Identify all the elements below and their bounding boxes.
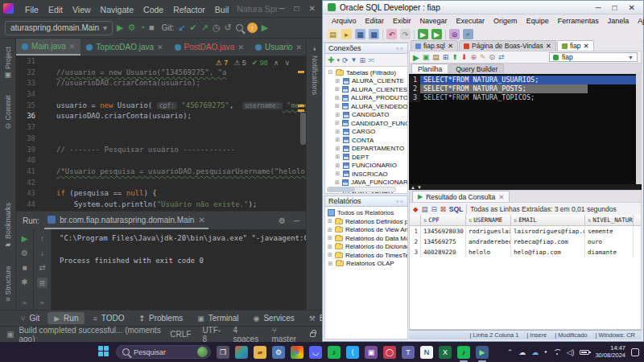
- save-all-icon[interactable]: ▩: [369, 29, 379, 39]
- lock-icon[interactable]: [310, 332, 316, 337]
- expand-icon[interactable]: ⊞: [335, 154, 341, 160]
- tree-item-report[interactable]: ⊞Relatórios do Dicionário de Dad: [328, 243, 407, 252]
- taskbar-app-media-player-icon[interactable]: ▣: [365, 346, 378, 359]
- expand-icon[interactable]: ⊞: [328, 235, 332, 241]
- filter-icon[interactable]: ▼: [350, 56, 357, 64]
- print-icon[interactable]: ▤: [422, 205, 428, 213]
- explain-plan-icon[interactable]: ⊞: [443, 53, 449, 61]
- taskbar-app-sql-developer-icon[interactable]: ▶: [476, 346, 489, 359]
- toolwindow-services[interactable]: ◉Services: [247, 312, 301, 324]
- menu-item-origem[interactable]: Origem: [489, 16, 522, 26]
- tree-item-candidato[interactable]: ⊞CANDIDATO: [328, 111, 407, 120]
- tree-item-report[interactable]: ⊞Relatórios do Data Modeler: [328, 234, 407, 243]
- next-issue-icon[interactable]: ∨: [284, 59, 290, 67]
- menu-item-arquivo[interactable]: Arquivo: [328, 16, 361, 26]
- pin-icon[interactable]: ◆: [413, 205, 419, 213]
- close-tab-icon[interactable]: ✕: [157, 43, 163, 51]
- stop-button[interactable]: ■: [149, 23, 155, 32]
- open-icon[interactable]: ▸: [341, 29, 352, 39]
- tree-item-java_funcionar[interactable]: ⊞JAVA_FUNCIONAR: [328, 179, 407, 187]
- expand-icon[interactable]: ⊞: [335, 179, 340, 186]
- connection-select[interactable]: fiap ▼: [549, 52, 638, 62]
- toolwindow-problems[interactable]: ❢Problems: [132, 312, 189, 324]
- tab-query-builder[interactable]: Query Builder: [449, 64, 504, 73]
- result-grid[interactable]: ⇅CPF⇅USERNAME⇅EMAIL⇅NIVEL_NATURA 1134569…: [410, 215, 641, 329]
- taskbar-app-discord-icon[interactable]: ◡: [309, 346, 322, 359]
- taskbar-app-photos-icon[interactable]: [235, 346, 248, 359]
- hide-panel-icon[interactable]: ─: [294, 216, 299, 225]
- connections-icon[interactable]: ⊚: [449, 29, 460, 39]
- expand-icon[interactable]: ⊞: [335, 112, 341, 118]
- gear-icon[interactable]: ⚙: [279, 216, 286, 225]
- taskbar-app-chrome-icon[interactable]: ●: [291, 346, 303, 359]
- tree-item-alura_produtos[interactable]: ⊞ALURA_PRODUTOS: [328, 94, 407, 103]
- doc-tab-fiap[interactable]: fiap✕: [557, 40, 594, 51]
- doc-tab-fiap-sql[interactable]: fiap.sql✕: [411, 40, 458, 51]
- menu-item-file[interactable]: File: [20, 3, 43, 16]
- toolwindow-todo[interactable]: ≡TODO: [86, 312, 130, 324]
- expand-icon[interactable]: ⊞: [335, 129, 341, 135]
- expand-icon[interactable]: ⊞: [335, 86, 340, 93]
- tree-item-report[interactable]: ⊞Relatórios do TimesTen: [328, 251, 407, 260]
- history-icon[interactable]: ◷: [213, 23, 221, 32]
- profiler-button[interactable]: ◔: [139, 23, 145, 32]
- weather-cloud-icon[interactable]: ☁: [531, 348, 539, 356]
- git-update-icon[interactable]: ↙: [178, 23, 185, 32]
- prev-issue-icon[interactable]: ∧: [274, 59, 279, 67]
- taskbar-app-vscode-icon[interactable]: ⟨: [346, 346, 359, 359]
- expand-icon[interactable]: ⊞: [328, 218, 332, 224]
- find-db-object-icon[interactable]: ⌕: [463, 29, 473, 39]
- run-icon[interactable]: ▶: [418, 29, 428, 39]
- table-row[interactable]: 3400289220helolohelo@fiap.comdiamante: [410, 247, 641, 257]
- horizontal-scrollbar[interactable]: [327, 187, 396, 192]
- menu-item-ajuda[interactable]: Ajuda: [634, 16, 644, 26]
- sidebar-item-structure[interactable]: ≡Structure: [4, 265, 12, 302]
- reports-tree[interactable]: Todos os Relatórios⊞Relatórios Definidos…: [324, 207, 408, 339]
- panel-buttons[interactable]: ▫▫: [396, 45, 404, 52]
- close-tab-icon[interactable]: ✕: [69, 43, 76, 51]
- menu-item-buil[interactable]: Buil: [210, 3, 234, 16]
- editor-scrollbar[interactable]: [636, 74, 642, 184]
- unshared-worksheet-icon[interactable]: ⊕: [470, 53, 477, 61]
- tree-item-alura_clientes[interactable]: ⊞ALURA_CLIENTES: [328, 85, 407, 94]
- refresh-icon[interactable]: ⇄: [498, 53, 505, 61]
- table-row[interactable]: 2134569275andraderebecarebeca@fiap.comou…: [410, 237, 641, 247]
- tray-expand-icon[interactable]: ⌃: [507, 348, 514, 356]
- menu-item-exibir[interactable]: Exibir: [389, 16, 415, 26]
- menu-item-navigate[interactable]: Navigate: [96, 3, 138, 16]
- tab-planilha[interactable]: Planilha: [411, 64, 448, 73]
- menu-item-janela[interactable]: Janela: [604, 16, 634, 26]
- column-header-username[interactable]: ⇅USERNAME: [466, 215, 511, 225]
- taskbar-app-spotify-icon[interactable]: ♪: [328, 346, 341, 359]
- menu-item-view[interactable]: View: [68, 3, 96, 16]
- tree-root-todos-relatorios[interactable]: Todos os Relatórios: [328, 208, 407, 217]
- taskbar-app-excel-icon[interactable]: X: [439, 346, 452, 359]
- expand-icon[interactable]: ⊞: [335, 120, 340, 126]
- splitter-buttons[interactable]: ▲▼: [409, 184, 642, 190]
- save-icon[interactable]: ▦: [355, 29, 365, 39]
- undo-icon[interactable]: ↺: [225, 23, 232, 32]
- expand-icon[interactable]: ⊞: [335, 162, 341, 169]
- autotrace-icon[interactable]: ▤: [432, 53, 440, 61]
- layout-icon[interactable]: ▣: [6, 330, 14, 339]
- tree-item-cargo[interactable]: ⊞CARGO: [328, 128, 407, 137]
- expand-icon[interactable]: ⊞: [335, 95, 340, 101]
- table-row[interactable]: 113456928030rodrigueslaislaisrodrigues@f…: [410, 226, 641, 237]
- gradle-icon[interactable]: ▶: [262, 23, 268, 32]
- down-stack-icon[interactable]: ↓: [40, 249, 44, 257]
- close-tab-icon[interactable]: ✕: [448, 42, 453, 50]
- expand-icon[interactable]: ⊞: [335, 103, 340, 109]
- sidebar-item-project[interactable]: ▣Project: [4, 47, 12, 80]
- taskbar-app-notion-icon[interactable]: N: [420, 346, 433, 359]
- connections-tree[interactable]: ⊟Tabelas (Filtrado)⊞ALURA_CLIENTE⊞ALURA_…: [324, 67, 408, 194]
- sql-label[interactable]: SQL: [449, 205, 463, 213]
- expand-icon[interactable]: ⊞: [328, 261, 333, 267]
- export-icon[interactable]: ⊟: [431, 205, 437, 213]
- clear-icon[interactable]: ✎: [480, 53, 486, 61]
- taskbar-search[interactable]: Pesquisar: [116, 345, 211, 359]
- search-everywhere-icon[interactable]: [236, 24, 243, 31]
- update-available-icon[interactable]: ↑: [247, 23, 258, 33]
- delete-icon[interactable]: ⊠: [440, 205, 446, 213]
- settings-wrench-icon[interactable]: ⚙: [21, 249, 28, 257]
- expand-icon[interactable]: ⊞: [335, 171, 341, 177]
